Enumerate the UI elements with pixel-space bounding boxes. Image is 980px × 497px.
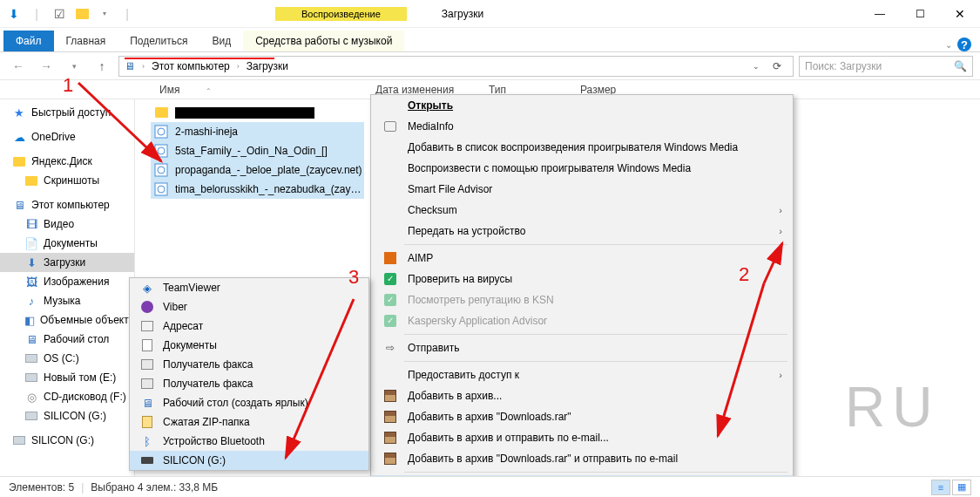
view-details-button[interactable]: ≡ — [931, 480, 950, 495]
tree-yandex-disk[interactable]: Яндекс.Диск — [0, 152, 134, 171]
qat-check-icon[interactable]: ☑ — [51, 5, 68, 23]
column-name[interactable]: Имя⌃ — [152, 84, 368, 96]
search-icon[interactable]: 🔍 — [954, 60, 967, 72]
ctx-open[interactable]: Открыть — [371, 95, 793, 116]
svg-rect-6 — [155, 183, 167, 195]
shield-icon — [383, 314, 397, 328]
maximize-button[interactable]: ☐ — [900, 1, 940, 27]
tree-drive-g[interactable]: SILICON (G:) — [0, 406, 134, 426]
tree-drive-c[interactable]: OS (C:) — [0, 349, 134, 368]
tab-share[interactable]: Поделиться — [118, 31, 199, 51]
minimize-button[interactable]: — — [860, 1, 900, 27]
sendto-teamviewer[interactable]: ◈TeamViewer — [130, 278, 368, 297]
audio-file-icon — [154, 144, 168, 158]
tab-view[interactable]: Вид — [199, 31, 243, 51]
ctx-rar-downloads-email[interactable]: Добавить в архив "Downloads.rar" и отпра… — [371, 448, 793, 469]
status-separator: | — [81, 481, 84, 494]
tree-images[interactable]: 🖼Изображения — [0, 272, 134, 291]
file-row[interactable]: 5sta_Family_-_Odin_Na_Odin_[] — [151, 141, 364, 160]
search-input[interactable] — [805, 60, 954, 72]
ctx-rar-downloads[interactable]: Добавить в архив "Downloads.rar" — [371, 406, 793, 427]
ctx-rar-add[interactable]: Добавить в архив... — [371, 385, 793, 406]
ctx-share[interactable]: ⇨Отправить — [371, 337, 793, 358]
contextual-tab-header: Воспроизведение — [275, 7, 407, 21]
ctx-ksn: Посмотреть репутацию в KSN — [371, 289, 793, 310]
address-dropdown-icon[interactable]: ⌄ — [746, 57, 767, 76]
desktop-icon: 🖥 — [140, 396, 154, 410]
breadcrumb-downloads[interactable]: Загрузки — [247, 60, 288, 72]
sendto-submenu[interactable]: ◈TeamViewer Viber Адресат Документы Полу… — [129, 277, 369, 471]
pc-icon: 🖥 — [12, 198, 26, 212]
sendto-zip[interactable]: Сжатая ZIP-папка — [130, 412, 368, 432]
sendto-recipient[interactable]: Адресат — [130, 317, 368, 336]
close-button[interactable]: ✕ — [940, 1, 980, 27]
refresh-icon[interactable]: ⟳ — [767, 57, 787, 76]
tree-video[interactable]: 🎞Видео — [0, 214, 134, 234]
tree-screenshots[interactable]: Скриншоты — [0, 171, 134, 190]
title-bar: ⬇ | ☑ ▾ | Воспроизведение Загрузки — ☐ ✕ — [0, 0, 980, 28]
qat-folder-icon[interactable] — [73, 5, 91, 23]
tree-drive-e[interactable]: Новый том (E:) — [0, 368, 134, 387]
file-row[interactable] — [151, 103, 364, 122]
context-menu[interactable]: Открыть MediaInfo Добавить в список восп… — [370, 94, 794, 497]
drive-icon — [24, 351, 38, 365]
sendto-desktop[interactable]: 🖥Рабочий стол (создать ярлык) — [130, 393, 368, 412]
ctx-aimp[interactable]: AIMP› — [371, 248, 793, 269]
mediainfo-icon — [383, 119, 397, 133]
file-row[interactable]: tima_belorusskikh_-_nezabudka_(zaycev... — [151, 180, 364, 199]
tree-downloads[interactable]: ⬇Загрузки — [0, 253, 134, 272]
view-icons-button[interactable]: ▦ — [952, 480, 971, 495]
ctx-checksum[interactable]: Checksum› — [371, 200, 793, 221]
nav-back-button[interactable]: ← — [7, 55, 30, 78]
tree-3d-objects[interactable]: ◧Объемные объекты — [0, 310, 134, 330]
ctx-cast[interactable]: Передать на устройство› — [371, 221, 793, 242]
sendto-fax-1[interactable]: Получатель факса — [130, 355, 368, 374]
tab-home[interactable]: Главная — [54, 31, 118, 51]
tree-drive-g-ext[interactable]: SILICON (G:) — [0, 431, 134, 450]
ribbon-tabs: Файл Главная Поделиться Вид Средства раб… — [0, 28, 980, 52]
sendto-bluetooth[interactable]: ᛒУстройство Bluetooth — [130, 432, 368, 451]
qat-dropdown-icon[interactable]: ▾ — [96, 5, 113, 23]
breadcrumb-pc[interactable]: Этот компьютер — [152, 60, 230, 72]
ctx-wmp-play[interactable]: Воспроизвести с помощью проигрывателя Wi… — [371, 158, 793, 179]
nav-up-button[interactable]: ↑ — [91, 55, 113, 78]
file-row[interactable]: propaganda_-_beloe_plate_(zaycev.net) — [151, 160, 364, 180]
sendto-viber[interactable]: Viber — [130, 297, 368, 317]
tree-this-pc[interactable]: 🖥Этот компьютер — [0, 195, 134, 214]
documents-icon: 📄 — [24, 236, 38, 250]
ctx-smart-file-advisor[interactable]: Smart File Advisor — [371, 179, 793, 200]
tree-onedrive[interactable]: ☁OneDrive — [0, 127, 134, 146]
tree-documents[interactable]: 📄Документы — [0, 234, 134, 253]
sendto-documents[interactable]: Документы — [130, 336, 368, 355]
shield-icon — [383, 293, 397, 307]
recipient-icon — [140, 319, 154, 333]
ctx-grant-access[interactable]: Предоставить доступ к› — [371, 364, 793, 385]
annotation-underline — [125, 58, 274, 59]
tab-music-tools[interactable]: Средства работы с музыкой — [243, 31, 404, 51]
status-bar: Элементов: 5 | Выбрано 4 элем.: 33,8 МБ … — [0, 476, 980, 497]
ctx-mediainfo[interactable]: MediaInfo — [371, 116, 793, 137]
sendto-silicon[interactable]: SILICON (G:) — [130, 451, 368, 470]
shield-icon — [383, 272, 397, 286]
tree-desktop[interactable]: 🖥Рабочий стол — [0, 330, 134, 349]
qat-down-icon[interactable]: ⬇ — [5, 5, 23, 23]
tree-music[interactable]: ♪Музыка — [0, 291, 134, 310]
ctx-wmp-add[interactable]: Добавить в список воспроизведения проигр… — [371, 137, 793, 158]
ctx-scan-virus[interactable]: Проверить на вирусы — [371, 269, 793, 289]
zip-icon — [140, 415, 154, 429]
help-icon[interactable]: ? — [957, 37, 971, 51]
annotation-number: 2 — [739, 263, 749, 286]
tree-quick-access[interactable]: ★Быстрый доступ — [0, 103, 134, 122]
ribbon-expand-icon[interactable]: ⌄ — [945, 40, 952, 50]
qat-sep: | — [28, 5, 45, 23]
search-box[interactable]: 🔍 — [799, 56, 973, 77]
file-row[interactable]: 2-mashi-ineja — [151, 122, 364, 141]
tab-file[interactable]: Файл — [3, 31, 54, 51]
nav-forward-button[interactable]: → — [35, 55, 57, 78]
cd-icon: ◎ — [24, 390, 38, 404]
bluetooth-icon: ᛒ — [140, 434, 154, 448]
tree-cd-drive[interactable]: ◎CD-дисковод (F:) — [0, 387, 134, 406]
ctx-rar-email[interactable]: Добавить в архив и отправить по e-mail..… — [371, 427, 793, 448]
navigation-tree[interactable]: ★Быстрый доступ ☁OneDrive Яндекс.Диск Ск… — [0, 99, 135, 476]
sendto-fax-2[interactable]: Получатель факса — [130, 374, 368, 393]
